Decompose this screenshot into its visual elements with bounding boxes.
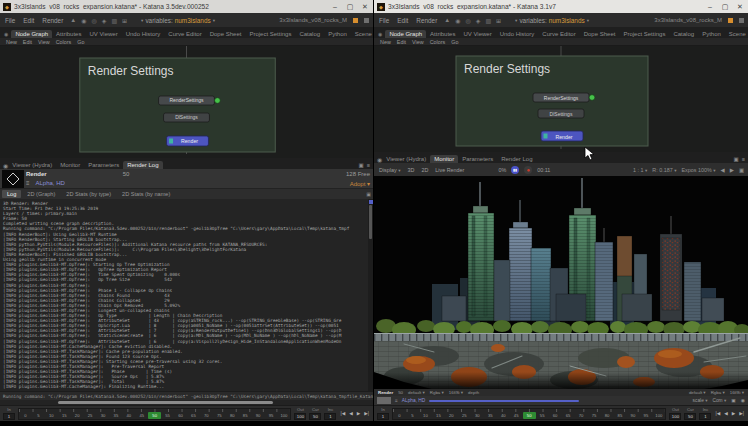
ruler-tick[interactable]: 100 [277, 412, 290, 419]
ruler-tick[interactable]: 10 [419, 412, 432, 419]
toolbar-icon[interactable]: ◉ [455, 17, 460, 24]
scrollbar-handle[interactable] [369, 205, 372, 239]
tab-attributes[interactable]: Attributes [52, 30, 85, 38]
toolbar-icon[interactable]: ◉ [81, 17, 86, 24]
ruler-tick[interactable]: 35 [484, 412, 497, 419]
front-buffer-icon[interactable]: ▶ [730, 167, 734, 173]
bitdepth-select-b[interactable]: 16f/8i ▾ [730, 390, 744, 395]
ruler-tick[interactable]: 40 [122, 412, 135, 419]
nodegraph-menu-item[interactable]: New [6, 39, 17, 45]
ruler-tick[interactable]: 80 [226, 412, 239, 419]
minimize-button[interactable]: – [329, 2, 341, 12]
scale-select[interactable]: scale ▾ [693, 398, 708, 403]
step-forward-button[interactable]: ▶| [738, 411, 745, 416]
nodegraph-menu-item[interactable]: View [412, 39, 424, 45]
channel-select-b[interactable]: Rgba ▾ [711, 390, 725, 395]
tab-parameters[interactable]: Parameters [84, 161, 123, 169]
ruler-tick[interactable]: 95 [639, 412, 652, 419]
tab-uv-viewer[interactable]: UV Viewer [85, 30, 121, 38]
pane-menu-icon[interactable]: ≡ [742, 156, 745, 162]
tab-scene[interactable]: Scene [725, 30, 748, 38]
play-back-button[interactable]: ◀ [723, 411, 729, 416]
nodegraph-menu-item[interactable]: Go [451, 39, 458, 45]
maximize-button[interactable]: ▢ [719, 2, 731, 12]
variables-control[interactable]: ▾ variables: num3islands ▾ [515, 17, 589, 24]
ruler-tick[interactable]: 20 [445, 412, 458, 419]
node-graph-canvas[interactable]: Render Settings RenderSettings DlSetting… [374, 46, 748, 152]
ruler-tick[interactable]: 85 [613, 412, 626, 419]
tab-attributes[interactable]: Attributes [426, 30, 459, 38]
ruler-tick[interactable]: 95 [265, 412, 278, 419]
minimize-button[interactable]: – [704, 2, 716, 12]
nodegraph-menu-item[interactable]: Colors [56, 39, 72, 45]
ruler-tick[interactable]: 45 [510, 412, 523, 419]
play-forward-button[interactable]: ▶ [356, 411, 362, 416]
ruler-tick[interactable]: 5 [32, 412, 45, 419]
step-back-button[interactable]: |◀ [339, 411, 346, 416]
timeline-inc-field[interactable]: Inc 1 [699, 407, 711, 420]
nodegraph-menu-item[interactable]: Edit [397, 39, 406, 45]
frame-ruler[interactable]: 0510152025303540455055606570758085909510… [18, 408, 291, 420]
timeline-in-field[interactable]: In 1 [3, 407, 15, 420]
toolbar-icon[interactable]: ▲ [444, 17, 450, 24]
ruler-tick[interactable]: 70 [575, 412, 588, 419]
tab-catalog[interactable]: Catalog [669, 30, 698, 38]
tab-project-settings[interactable]: Project Settings [619, 30, 669, 38]
hamburger-icon[interactable]: ≡ [26, 180, 30, 186]
tab-scene[interactable]: Scene [351, 30, 373, 38]
panel-menu-icon[interactable]: ◉ [377, 31, 385, 38]
nodegraph-menu-item[interactable]: Go [77, 39, 84, 45]
ruler-tick[interactable]: 20 [71, 412, 84, 419]
panel-menu-icon[interactable]: ◉ [3, 31, 11, 38]
frame-ruler[interactable]: 0510152025303540455055606570758085909510… [392, 408, 666, 420]
tab-project-settings[interactable]: Project Settings [245, 30, 295, 38]
ruler-tick[interactable]: 35 [109, 412, 122, 419]
toolbar-icon[interactable]: ◈ [476, 17, 481, 24]
pane-menu-icon[interactable]: ≡ [367, 162, 370, 168]
ruler-tick[interactable]: 30 [471, 412, 484, 419]
render-pass-name[interactable]: ALpha, HD [36, 180, 65, 186]
zoom-level[interactable]: 1 : 1 ▾ [633, 167, 647, 173]
render-log-output[interactable]: 3D Render: RenderStart Time: Fri Dec 13 … [0, 199, 368, 391]
tab-catalog[interactable]: Catalog [295, 30, 324, 38]
timeline-current-field[interactable]: Cur 50 [309, 407, 321, 420]
tab-render-log[interactable]: Render Log [497, 155, 536, 163]
node-enabled-led[interactable] [589, 95, 595, 101]
timeline-out-field[interactable]: Out 100 [669, 407, 681, 420]
menu-file[interactable]: File [4, 17, 16, 24]
bitdepth-select[interactable]: 16f/8i ▾ [449, 390, 463, 395]
tab-python[interactable]: Python [324, 30, 351, 38]
ruler-tick[interactable]: 0 [19, 412, 32, 419]
ruler-tick[interactable]: 15 [432, 412, 445, 419]
log-vertical-scrollbar[interactable] [368, 199, 373, 391]
nodegraph-menu-item[interactable]: Edit [23, 39, 32, 45]
toolbar-icon[interactable]: ◈ [102, 17, 107, 24]
snapshot-icon[interactable]: ▣ [739, 167, 744, 173]
variables-value[interactable]: num3islands [175, 17, 211, 24]
tab-undo-history[interactable]: Undo History [122, 30, 165, 38]
timeline-out-field[interactable]: Out 100 [294, 407, 306, 420]
tab-python[interactable]: Python [698, 30, 725, 38]
tab-uv-viewer[interactable]: UV Viewer [459, 30, 495, 38]
mode-3d-button[interactable]: 3D [407, 167, 416, 173]
pane-split-icon[interactable]: ▣ [359, 162, 364, 168]
titlebar[interactable]: ◆ 3x3Islands_v08_rocks_expansion.katana*… [374, 0, 748, 13]
ruler-tick[interactable]: 10 [45, 412, 58, 419]
scrollbar-handle[interactable] [58, 401, 273, 404]
menu-render[interactable]: Render [415, 17, 438, 24]
compare-select[interactable]: Com ▾ [712, 398, 726, 403]
options-icon[interactable]: ◉ [741, 398, 745, 403]
live-render-button[interactable]: Live Render [434, 167, 465, 173]
ruler-tick[interactable]: 60 [549, 412, 562, 419]
play-forward-button[interactable]: ▶ [731, 411, 737, 416]
close-button[interactable]: ✕ [734, 2, 746, 12]
ruler-tick[interactable]: 60 [174, 412, 187, 419]
catalog-pass-name[interactable]: ALpha, HD [402, 398, 425, 403]
ruler-tick[interactable]: 15 [58, 412, 71, 419]
monitor-image[interactable] [374, 176, 748, 389]
menu-render[interactable]: Render [41, 17, 64, 24]
toolbar-icon[interactable]: ◎ [466, 17, 471, 24]
log-tab-2d-stats-type[interactable]: 2D Stats (by type) [61, 190, 116, 198]
toolbar-icon[interactable]: ⊞ [122, 17, 127, 24]
tab-curve-editor[interactable]: Curve Editor [538, 30, 579, 38]
